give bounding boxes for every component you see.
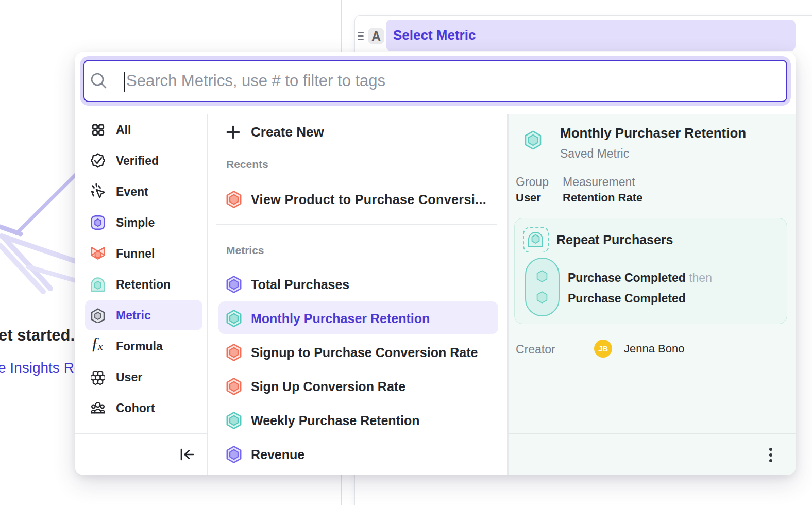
- svg-text:x: x: [97, 340, 103, 352]
